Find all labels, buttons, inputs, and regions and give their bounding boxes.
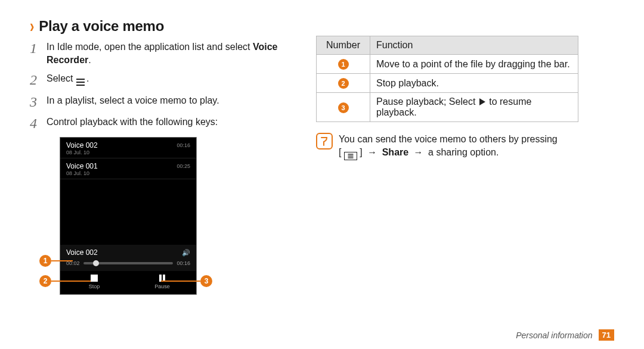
callout-ref-1: 1 <box>338 59 349 70</box>
stop-button: Stop <box>60 271 128 294</box>
pause-button: Pause <box>128 271 196 294</box>
step-text: Control playback with the following keys… <box>47 116 298 129</box>
step-text: In a playlist, select a voice memo to pl… <box>47 94 298 107</box>
callout-2: 2 <box>39 275 51 287</box>
play-icon <box>479 98 485 105</box>
svg-rect-0 <box>91 275 98 282</box>
step-text: In Idle mode, open the application list … <box>47 40 298 66</box>
table-header: Number <box>317 36 370 55</box>
note: You can send the voice memo to others by… <box>316 133 614 159</box>
table-cell: Pause playback; Select to resume playbac… <box>370 93 578 122</box>
playlist-item: Voice 002 08 Jul. 10 00:16 <box>60 138 196 158</box>
step-number: 3 <box>30 94 47 110</box>
chevron-right-icon: › <box>30 15 34 37</box>
table-row: 3 Pause playback; Select to resume playb… <box>317 93 578 122</box>
list-icon <box>76 78 86 86</box>
step-number: 2 <box>30 72 47 88</box>
step-number: 4 <box>30 116 47 131</box>
menu-key-icon <box>344 152 357 160</box>
steps-list: 1 In Idle mode, open the application lis… <box>30 40 298 131</box>
step-number: 1 <box>30 40 47 56</box>
now-playing-bar: Voice 002 🔊 <box>60 245 196 259</box>
table-cell: Move to a point of the file by dragging … <box>370 55 578 74</box>
callout-1: 1 <box>39 255 51 267</box>
step-text: Select . <box>47 72 298 85</box>
note-icon <box>316 133 333 149</box>
playlist-item: Voice 001 08 Jul. 10 00:25 <box>60 158 196 179</box>
page-footer: Personal information 71 <box>516 329 614 341</box>
callout-3: 3 <box>200 275 212 287</box>
phone-mockup: Voice 002 08 Jul. 10 00:16 Voice 001 08 … <box>60 137 215 295</box>
table-cell: Stop playback. <box>370 74 578 93</box>
volume-icon: 🔊 <box>182 249 190 257</box>
page-title: Play a voice memo <box>39 18 164 35</box>
table-row: 1 Move to a point of the file by draggin… <box>317 55 578 74</box>
progress-bar: 00:02 00:16 <box>60 259 196 271</box>
table-row: 2 Stop playback. <box>317 74 578 93</box>
callout-ref-3: 3 <box>338 102 349 113</box>
table-header: Function <box>370 36 578 55</box>
function-table: Number Function 1 Move to a point of the… <box>316 36 578 122</box>
callout-ref-2: 2 <box>338 78 349 89</box>
page-number: 71 <box>599 329 614 341</box>
